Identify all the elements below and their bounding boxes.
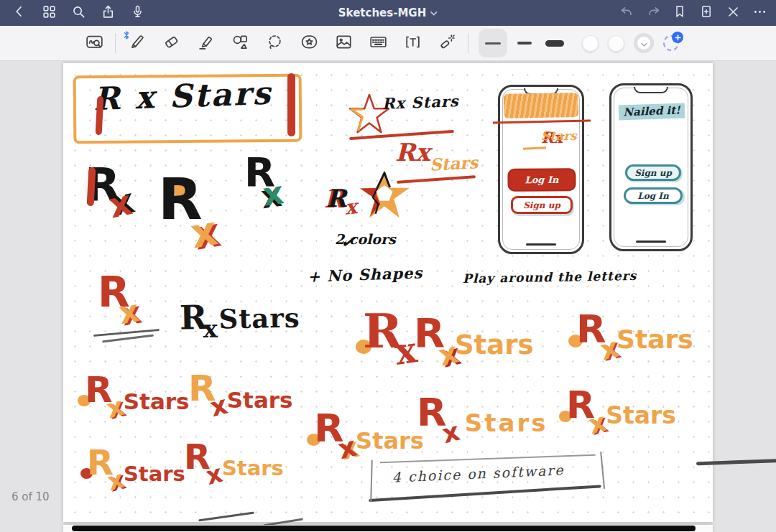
logo-sketch-rxstars: RxStars — [414, 313, 534, 353]
logo-sketch-rx-big: Rx — [347, 307, 417, 355]
redo-button[interactable] — [641, 2, 665, 24]
undo-icon — [619, 4, 634, 22]
back-button[interactable] — [7, 2, 32, 24]
play-around-note: Play around the letters — [463, 269, 637, 286]
shapes-tool-button[interactable] — [229, 29, 251, 57]
nailed-it-note: Nailed it! — [617, 103, 687, 118]
microphone-button[interactable] — [125, 2, 149, 24]
rx-monogram-sketch: R x — [85, 162, 168, 237]
box-bottom-line — [369, 485, 601, 501]
close-icon — [726, 5, 740, 22]
thick-stroke-icon — [545, 40, 564, 47]
gray-underline — [198, 512, 254, 522]
logo-sketch-rxstars: RxStars — [417, 393, 548, 432]
logo-word-stars: Stars — [465, 411, 548, 435]
more-options-button[interactable] — [747, 2, 772, 24]
rx-monogram-sketch: R x — [158, 171, 256, 261]
add-color-button[interactable] — [663, 35, 679, 51]
login-button-sketch: Log In — [509, 170, 574, 190]
eraser-tool-button[interactable] — [160, 29, 182, 57]
image-tool-button[interactable] — [333, 29, 354, 57]
logo-sketch-rxstars: RxStars — [562, 310, 693, 349]
logo-word-stars: Stars — [218, 302, 300, 335]
logo-word-stars: Stars — [606, 403, 676, 427]
zoom-window-tool-button[interactable] — [83, 29, 105, 57]
rx-letter-x: x — [343, 195, 358, 220]
monogram-letter-x: x — [106, 185, 134, 223]
keyboard-icon — [369, 32, 388, 55]
login-button-sketch: Log In — [624, 187, 683, 204]
choice-note-box: 4 choice on software — [367, 453, 607, 505]
add-page-icon — [699, 4, 713, 22]
next-page-peek[interactable] — [63, 525, 713, 532]
logo-sketch-rxstars: RxStars — [184, 439, 284, 474]
rx-text: Rx — [395, 138, 430, 167]
phone-mockup-red: Rx Stars Log In Sign up — [498, 85, 584, 254]
document-title-dropdown[interactable]: Sketches-MGH — [338, 0, 438, 26]
image-icon — [334, 32, 354, 55]
thin-stroke-icon — [485, 42, 501, 45]
sticker-star-icon — [300, 32, 319, 55]
chevron-down-icon — [430, 6, 438, 19]
logo-word-stars: Stars — [616, 327, 693, 353]
orange-scribble-header — [504, 93, 579, 118]
chevron-left-icon — [12, 4, 27, 22]
document-title: Sketches-MGH — [338, 6, 426, 19]
color-swatch-white-1[interactable] — [582, 35, 599, 52]
undo-button[interactable] — [614, 2, 639, 24]
text-tool-button[interactable] — [402, 29, 423, 57]
share-button[interactable] — [96, 2, 120, 24]
share-icon — [101, 4, 116, 22]
toolbar-divider — [468, 33, 468, 53]
keyboard-tool-button[interactable] — [367, 29, 389, 57]
home-indicator — [526, 243, 556, 246]
box-left-line — [370, 460, 373, 502]
microphone-icon — [130, 4, 145, 22]
more-dots-icon — [752, 4, 767, 22]
logo-sketch-rxstars: RxStars — [300, 409, 424, 448]
black-bar-sketch — [72, 526, 696, 531]
notebook-page[interactable]: R x Stars R x R x R x Rx Stars Rx Stars — [63, 63, 713, 522]
box-right-line — [600, 452, 605, 489]
laser-pointer-button[interactable] — [436, 29, 458, 57]
chevron-down-icon — [641, 37, 647, 50]
black-rxstars-sketch: RxStars — [180, 297, 304, 337]
canvas-area[interactable]: 6 of 10 R x Stars R x R x R x Rx Stars R… — [0, 61, 776, 532]
thickness-thin-button-selected[interactable] — [479, 29, 507, 57]
search-button[interactable] — [66, 2, 91, 24]
thickness-thick-button[interactable] — [540, 29, 569, 57]
color-swatch-white-2[interactable] — [608, 35, 624, 52]
add-page-button[interactable] — [694, 2, 719, 24]
highlighter-tool-button[interactable] — [195, 29, 216, 57]
logo-word-stars: Stars — [124, 464, 185, 485]
drawing-toolbar — [0, 26, 776, 61]
signup-button-sketch: Sign up — [625, 164, 681, 181]
search-icon — [71, 4, 86, 22]
logo-sketch-rxstars: RxStars — [188, 370, 293, 406]
grid-icon — [42, 4, 57, 22]
thumbnails-button[interactable] — [37, 2, 61, 24]
medium-stroke-icon — [517, 42, 532, 45]
sticker-tool-button[interactable] — [298, 29, 320, 57]
lasso-icon — [265, 32, 285, 55]
two-color-star-sketch: R x 2 colors✓ — [320, 168, 486, 258]
page-indicator: 6 of 10 — [11, 490, 50, 503]
logo-letter-x: x — [203, 314, 218, 343]
logo-sketch-rxstars-underlined: RxStars — [553, 386, 776, 424]
rx-monogram-sketch: R x — [244, 152, 319, 233]
lasso-tool-button[interactable] — [264, 29, 285, 57]
logo-letter-x: x — [440, 419, 462, 448]
monogram-letter-x: x — [261, 177, 285, 211]
choice-note-text: 4 choice on software — [392, 462, 565, 485]
close-button[interactable] — [721, 2, 745, 24]
letter-x: x — [116, 293, 142, 331]
bookmark-button[interactable] — [668, 2, 692, 24]
pen-tool-button[interactable] — [126, 29, 147, 57]
color-swatch-expand[interactable] — [634, 33, 654, 53]
monogram-letter-x: x — [188, 210, 220, 254]
logo-word-stars: Stars — [455, 332, 534, 358]
thickness-medium-button[interactable] — [512, 29, 537, 57]
gray-underline — [696, 459, 776, 465]
redo-icon — [646, 4, 661, 22]
top-navigation-bar: Sketches-MGH — [0, 0, 776, 26]
